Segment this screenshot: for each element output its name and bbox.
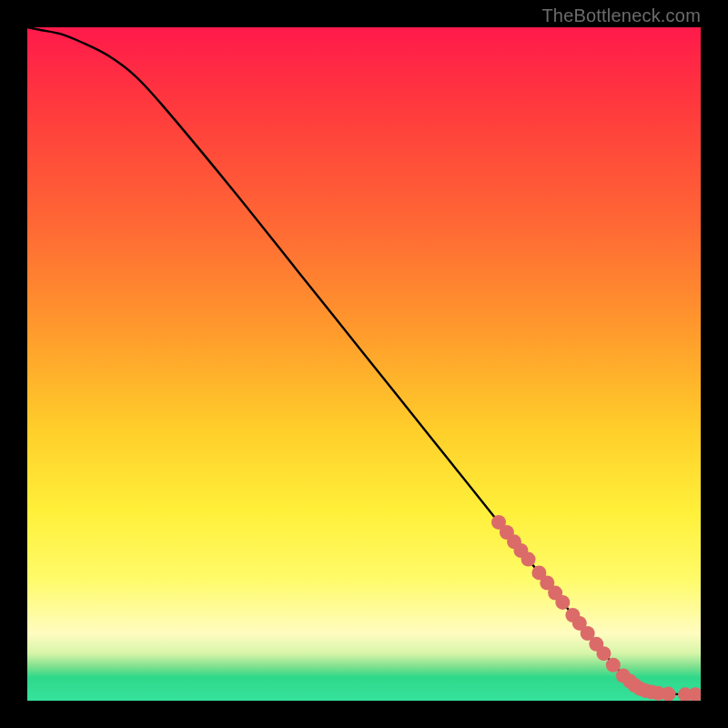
data-marker <box>661 687 675 701</box>
data-marker <box>521 552 536 567</box>
watermark-text: TheBottleneck.com <box>541 5 701 26</box>
data-markers <box>491 515 701 701</box>
data-marker <box>606 658 621 672</box>
chart-stage: TheBottleneck.com <box>0 0 728 728</box>
plot-area <box>27 27 701 701</box>
chart-overlay <box>27 27 701 701</box>
data-marker <box>596 646 611 661</box>
bottleneck-curve <box>27 27 701 694</box>
data-marker <box>555 595 570 610</box>
